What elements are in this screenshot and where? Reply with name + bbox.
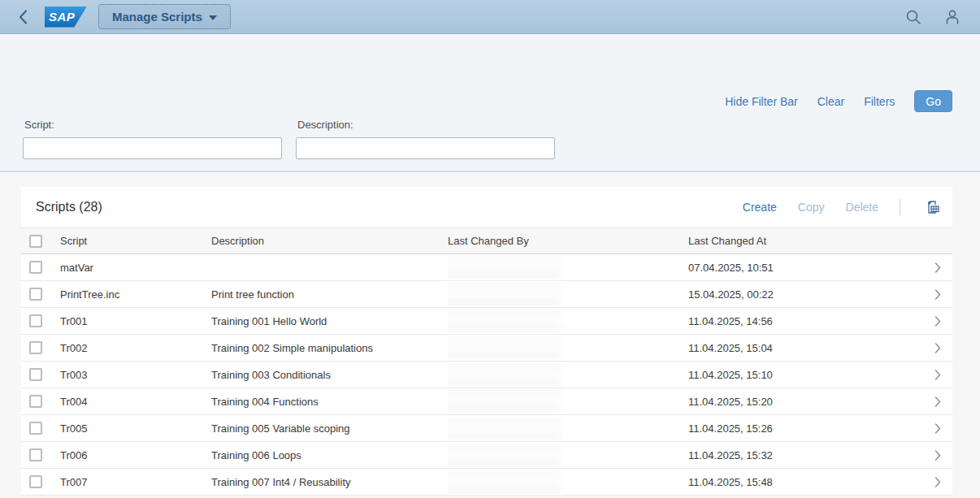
- cell-description: Training 005 Variable scoping: [211, 422, 448, 435]
- cell-last-changed-by: [448, 444, 688, 467]
- cell-last-changed-at: 11.04.2025, 15:26: [688, 422, 923, 435]
- table-toolbar: Scripts (28) Create Copy Delete: [21, 187, 952, 227]
- search-icon: [905, 9, 921, 25]
- cell-script: Tr005: [60, 422, 211, 435]
- row-navigation-button[interactable]: [923, 396, 952, 407]
- row-navigation-button[interactable]: [923, 262, 952, 273]
- toolbar-separator: [900, 199, 900, 215]
- cell-last-changed-at: 11.04.2025, 15:48: [688, 476, 923, 488]
- row-checkbox[interactable]: [29, 422, 42, 435]
- cell-script: Tr002: [60, 342, 211, 354]
- cell-last-changed-at: 07.04.2025, 10:51: [688, 262, 923, 274]
- chevron-right-icon: [934, 450, 941, 461]
- table-row[interactable]: Tr003 Training 003 Conditionals 11.04.20…: [21, 362, 952, 388]
- table-row[interactable]: PrintTree.inc Print tree function 15.04.…: [21, 281, 952, 308]
- clear-link[interactable]: Clear: [817, 95, 844, 108]
- row-navigation-button[interactable]: [923, 370, 952, 380]
- scripts-table-card: Scripts (28) Create Copy Delete: [21, 187, 952, 496]
- redacted-value-blur: [448, 417, 562, 440]
- app-title: Manage Scripts: [112, 10, 202, 24]
- row-navigation-button[interactable]: [923, 316, 952, 327]
- redacted-value-blur: [448, 256, 562, 279]
- table-row[interactable]: Tr006 Training 006 Loops 11.04.2025, 15:…: [21, 442, 952, 469]
- column-header-last-changed-by[interactable]: Last Changed By: [448, 235, 688, 247]
- redacted-value-blur: [448, 390, 562, 414]
- chevron-right-icon: [934, 316, 941, 327]
- sap-logo-text: SAP: [49, 10, 75, 24]
- copy-button: Copy: [798, 201, 825, 214]
- go-button[interactable]: Go: [914, 90, 952, 112]
- cell-last-changed-by: [448, 363, 688, 387]
- delete-button: Delete: [846, 201, 878, 214]
- cell-last-changed-by: [448, 390, 688, 414]
- filter-bar: Hide Filter Bar Clear Filters Go Script:…: [0, 34, 980, 172]
- row-navigation-button[interactable]: [923, 289, 952, 300]
- cell-description: Training 007 Int4 / Reusability: [211, 476, 448, 488]
- app-title-menu-button[interactable]: Manage Scripts: [98, 4, 231, 29]
- cell-script: PrintTree.inc: [60, 288, 211, 301]
- export-to-spreadsheet-button[interactable]: [921, 197, 943, 218]
- cell-last-changed-by: [448, 283, 688, 306]
- cell-last-changed-at: 11.04.2025, 15:20: [688, 396, 923, 408]
- cell-description: Training 001 Hello World: [211, 315, 448, 327]
- table-row[interactable]: Tr005 Training 005 Variable scoping 11.0…: [21, 415, 952, 442]
- cell-last-changed-at: 11.04.2025, 15:04: [688, 342, 923, 354]
- script-filter-input[interactable]: [23, 137, 282, 159]
- row-navigation-button[interactable]: [923, 343, 952, 353]
- table-row[interactable]: Tr004 Training 004 Functions 11.04.2025,…: [21, 388, 952, 415]
- row-checkbox[interactable]: [29, 448, 42, 461]
- cell-script: Tr007: [60, 476, 211, 488]
- row-navigation-button[interactable]: [923, 423, 952, 434]
- cell-description: Print tree function: [211, 288, 448, 301]
- shell-header: SAP Manage Scripts: [0, 0, 980, 34]
- table-row[interactable]: Tr001 Training 001 Hello World 11.04.202…: [21, 308, 952, 335]
- caret-down-icon: [209, 15, 217, 20]
- cell-last-changed-by: [448, 256, 688, 279]
- user-profile-button[interactable]: [943, 8, 961, 26]
- row-checkbox[interactable]: [29, 368, 42, 381]
- row-checkbox[interactable]: [29, 475, 42, 488]
- column-header-last-changed-at[interactable]: Last Changed At: [688, 235, 923, 247]
- person-icon: [944, 9, 960, 25]
- cell-last-changed-by: [448, 336, 688, 360]
- description-filter-input[interactable]: [296, 137, 555, 159]
- chevron-right-icon: [934, 289, 941, 300]
- page-content: Scripts (28) Create Copy Delete: [0, 187, 980, 498]
- table-row[interactable]: Tr007 Training 007 Int4 / Reusability 11…: [21, 469, 952, 496]
- hide-filter-bar-link[interactable]: Hide Filter Bar: [725, 95, 797, 108]
- sap-logo: SAP: [45, 6, 87, 28]
- chevron-right-icon: [934, 396, 941, 407]
- row-navigation-button[interactable]: [923, 477, 952, 487]
- filters-link[interactable]: Filters: [864, 95, 895, 108]
- column-header-script[interactable]: Script: [60, 235, 211, 247]
- row-checkbox[interactable]: [29, 261, 42, 274]
- table-row[interactable]: matVar 07.04.2025, 10:51: [21, 254, 952, 281]
- search-button[interactable]: [904, 8, 922, 26]
- row-navigation-button[interactable]: [923, 450, 952, 461]
- chevron-right-icon: [934, 262, 941, 273]
- back-chevron-icon: [19, 10, 28, 24]
- select-all-checkbox[interactable]: [29, 235, 42, 248]
- back-button[interactable]: [12, 6, 33, 28]
- cell-last-changed-at: 15.04.2025, 00:22: [688, 288, 923, 301]
- table-header-row: Script Description Last Changed By Last …: [21, 227, 952, 254]
- chevron-right-icon: [934, 477, 941, 487]
- cell-script: Tr006: [60, 449, 211, 461]
- description-filter-label: Description:: [297, 119, 555, 131]
- column-header-description[interactable]: Description: [211, 235, 448, 247]
- redacted-value-blur: [448, 470, 562, 494]
- cell-last-changed-by: [448, 470, 688, 494]
- cell-script: Tr004: [60, 396, 211, 408]
- cell-last-changed-by: [448, 310, 688, 333]
- row-checkbox[interactable]: [29, 341, 42, 354]
- filter-fields: Script: Description:: [23, 119, 569, 159]
- table-row[interactable]: Tr002 Training 002 Simple manipulations …: [21, 335, 952, 362]
- create-button[interactable]: Create: [743, 201, 777, 214]
- row-checkbox[interactable]: [29, 395, 42, 408]
- redacted-value-blur: [448, 444, 562, 467]
- row-checkbox[interactable]: [29, 314, 42, 327]
- cell-description: Training 002 Simple manipulations: [211, 342, 448, 354]
- row-checkbox[interactable]: [29, 288, 42, 301]
- cell-last-changed-at: 11.04.2025, 15:10: [688, 369, 923, 381]
- chevron-right-icon: [934, 423, 941, 434]
